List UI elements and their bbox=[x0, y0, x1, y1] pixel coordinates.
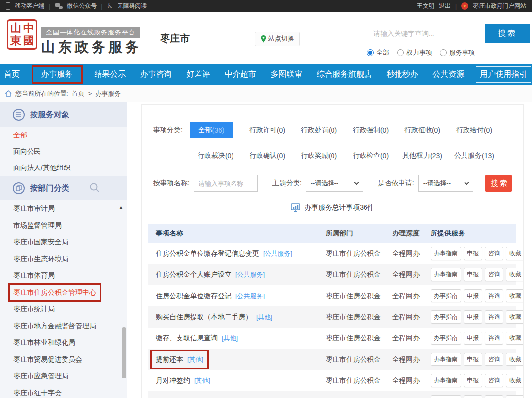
apply-button[interactable]: 申报 bbox=[464, 353, 482, 366]
item-name-link[interactable]: 提前还本 bbox=[156, 355, 183, 364]
guide-button[interactable]: 办事指南 bbox=[431, 395, 461, 398]
category-tab[interactable]: 行政奖励(0) bbox=[293, 147, 345, 164]
department-item[interactable]: 枣庄市地方金融监督管理局 bbox=[0, 318, 127, 334]
department-item[interactable]: 枣庄市国家安全局 bbox=[0, 234, 127, 251]
guide-button[interactable]: 办事指南 bbox=[431, 289, 461, 302]
consult-button[interactable]: 咨询 bbox=[485, 353, 503, 366]
wechat-link[interactable]: 微信公众号 bbox=[67, 2, 97, 10]
nav-item[interactable]: 公共资源 bbox=[430, 68, 467, 81]
nav-item[interactable]: 办事咨询 bbox=[137, 68, 175, 81]
category-tab[interactable]: 行政许可(0) bbox=[241, 122, 293, 138]
item-name-link[interactable]: 住房公积金单位缴存登记 bbox=[156, 292, 232, 300]
service-object-item[interactable]: 面向法人/其他组织 bbox=[0, 160, 127, 176]
nav-item[interactable]: 结果公示 bbox=[91, 68, 129, 81]
favorite-button[interactable]: 收藏 bbox=[506, 332, 524, 345]
item-category-tag[interactable]: [其他] bbox=[222, 334, 238, 343]
department-item[interactable]: 枣庄市生态环境局 bbox=[0, 251, 127, 267]
category-tab[interactable]: 公共服务(13) bbox=[448, 147, 500, 164]
search-scope-radio[interactable]: 全部 bbox=[367, 48, 389, 57]
nav-item[interactable]: 秒批秒办 bbox=[384, 68, 421, 81]
filter-search-button[interactable]: 搜索 bbox=[485, 175, 512, 192]
guide-button[interactable]: 办事指南 bbox=[431, 353, 461, 366]
apply-button[interactable]: 申报 bbox=[464, 332, 482, 345]
department-item[interactable]: 枣庄市贸易促进委员会 bbox=[0, 351, 127, 368]
item-name-link[interactable]: 住房公积金单位缴存登记信息变更 bbox=[156, 249, 259, 258]
department-item[interactable]: 市场监督管理局 bbox=[0, 217, 127, 234]
item-category-tag[interactable]: [其他] bbox=[187, 355, 203, 364]
consult-button[interactable]: 咨询 bbox=[485, 332, 503, 345]
search-scope-radio[interactable]: 服务事项 bbox=[440, 48, 475, 57]
department-item[interactable]: 枣庄市应急管理局 bbox=[0, 368, 127, 385]
nav-item[interactable]: 多图联审 bbox=[268, 68, 305, 81]
favorite-button[interactable]: 收藏 bbox=[506, 310, 524, 324]
nav-item[interactable]: 好差评 bbox=[183, 68, 213, 81]
site-switch-button[interactable]: 站点切换 bbox=[255, 32, 300, 46]
apply-select[interactable]: --请选择-- bbox=[418, 175, 473, 192]
item-name-link[interactable]: 月对冲签约 bbox=[156, 376, 190, 385]
breadcrumb-home-link[interactable]: 首页 bbox=[72, 89, 85, 98]
apply-button[interactable]: 申报 bbox=[464, 395, 482, 398]
department-item[interactable]: 枣庄市红十字会 bbox=[0, 385, 127, 398]
favorite-button[interactable]: 收藏 bbox=[506, 374, 524, 387]
guide-button[interactable]: 办事指南 bbox=[431, 268, 461, 281]
nav-item[interactable]: 综合服务旗舰店 bbox=[314, 68, 375, 81]
department-item[interactable]: 枣庄市审计局 bbox=[0, 200, 127, 217]
consult-button[interactable]: 咨询 bbox=[485, 310, 503, 324]
item-name-link[interactable]: 缴存、支取信息查询 bbox=[156, 334, 218, 343]
apply-button[interactable]: 申报 bbox=[464, 289, 482, 302]
service-object-item[interactable]: 面向公民 bbox=[0, 143, 127, 160]
category-tab[interactable]: 行政确认(0) bbox=[241, 147, 293, 164]
portal-link[interactable]: 枣庄市政府门户网站 bbox=[473, 2, 526, 10]
department-item[interactable]: 枣庄市统计局 bbox=[0, 301, 127, 318]
category-tab[interactable]: 行政给付(0) bbox=[448, 122, 500, 138]
nav-item[interactable]: 用户使用指引 bbox=[476, 66, 531, 83]
department-item[interactable]: 枣庄市林业和绿化局 bbox=[0, 334, 127, 351]
service-object-item[interactable]: 全部 bbox=[0, 127, 127, 143]
keyword-search-input[interactable] bbox=[367, 24, 480, 43]
category-tab[interactable]: 行政征收(0) bbox=[397, 122, 448, 138]
mobile-client-link[interactable]: 移动客户端 bbox=[15, 2, 44, 10]
favorite-button[interactable]: 收藏 bbox=[506, 247, 524, 260]
header-search-button[interactable]: 搜索 bbox=[485, 24, 530, 43]
item-name-input[interactable] bbox=[194, 175, 258, 192]
consult-button[interactable]: 咨询 bbox=[485, 268, 503, 281]
apply-button[interactable]: 申报 bbox=[464, 374, 482, 387]
item-category-tag[interactable]: [公共服务] bbox=[235, 292, 265, 300]
category-tab[interactable]: 其他权力(23) bbox=[397, 147, 448, 164]
item-category-tag[interactable]: [其他] bbox=[256, 313, 272, 322]
category-tab[interactable]: 行政裁决(0) bbox=[190, 147, 241, 164]
guide-button[interactable]: 办事指南 bbox=[431, 374, 461, 387]
logout-link[interactable]: 退出 bbox=[439, 2, 451, 10]
consult-button[interactable]: 咨询 bbox=[485, 395, 503, 398]
department-search-icon[interactable] bbox=[89, 182, 100, 195]
item-name-link[interactable]: 住房公积金个人账户设立 bbox=[156, 270, 232, 279]
sidebar-scrollbar-thumb[interactable] bbox=[122, 327, 126, 378]
guide-button[interactable]: 办事指南 bbox=[431, 247, 461, 260]
department-item[interactable]: 枣庄市住房公积金管理中心 bbox=[0, 284, 127, 301]
favorite-button[interactable]: 收藏 bbox=[506, 268, 524, 281]
nav-item[interactable]: 首页 bbox=[1, 68, 23, 81]
consult-button[interactable]: 咨询 bbox=[485, 374, 503, 387]
apply-button[interactable]: 申报 bbox=[464, 247, 482, 260]
item-name-link[interactable]: 购买自住房提取（本地二手房） bbox=[156, 313, 252, 322]
category-tab[interactable]: 行政强制(0) bbox=[345, 122, 397, 138]
apply-button[interactable]: 申报 bbox=[464, 268, 482, 281]
favorite-button[interactable]: 收藏 bbox=[506, 395, 524, 398]
item-category-tag[interactable]: [其他] bbox=[194, 376, 210, 385]
search-scope-radio[interactable]: 权力事项 bbox=[397, 48, 432, 57]
consult-button[interactable]: 咨询 bbox=[485, 289, 503, 302]
category-tab[interactable]: 全部(36) bbox=[190, 122, 233, 138]
consult-button[interactable]: 咨询 bbox=[485, 247, 503, 260]
favorite-button[interactable]: 收藏 bbox=[506, 289, 524, 302]
item-category-tag[interactable]: [公共服务] bbox=[235, 270, 265, 279]
nav-item[interactable]: 中介超市 bbox=[222, 68, 259, 81]
topic-select[interactable]: --请选择-- bbox=[306, 175, 363, 192]
accessibility-link[interactable]: 无障碍阅读 bbox=[117, 2, 147, 10]
guide-button[interactable]: 办事指南 bbox=[431, 332, 461, 345]
category-tab[interactable]: 行政处罚(0) bbox=[293, 122, 345, 138]
username-link[interactable]: 王文明 bbox=[417, 2, 434, 10]
apply-button[interactable]: 申报 bbox=[464, 310, 482, 324]
department-item[interactable]: 枣庄市体育局 bbox=[0, 267, 127, 284]
guide-button[interactable]: 办事指南 bbox=[431, 310, 461, 324]
favorite-button[interactable]: 收藏 bbox=[506, 353, 524, 366]
